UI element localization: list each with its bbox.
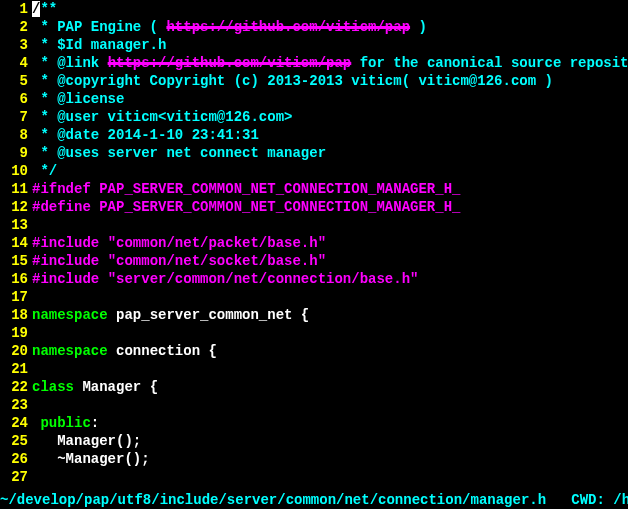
- code-line[interactable]: 27: [0, 468, 628, 486]
- code-line[interactable]: 1/**: [0, 0, 628, 18]
- code-line[interactable]: 26 ~Manager();: [0, 450, 628, 468]
- line-number: 27: [0, 468, 32, 486]
- line-number: 6: [0, 90, 32, 108]
- line-number: 10: [0, 162, 32, 180]
- line-number: 23: [0, 396, 32, 414]
- code-editor[interactable]: 1/**2 * PAP Engine ( https://github.com/…: [0, 0, 628, 486]
- line-content: * @user viticm<viticm@126.com>: [32, 108, 628, 126]
- code-token: * @copyright Copyright (c) 2013-2013 vit…: [32, 73, 553, 89]
- line-number: 13: [0, 216, 32, 234]
- code-token: namespace: [32, 343, 108, 359]
- code-line[interactable]: 9 * @uses server net connect manager: [0, 144, 628, 162]
- line-content: namespace connection {: [32, 342, 628, 360]
- line-number: 24: [0, 414, 32, 432]
- code-token: "common/net/socket/base.h": [108, 253, 326, 269]
- line-content: [32, 216, 628, 234]
- code-line[interactable]: 21: [0, 360, 628, 378]
- code-line[interactable]: 7 * @user viticm<viticm@126.com>: [0, 108, 628, 126]
- code-token: "server/common/net/connection/base.h": [108, 271, 419, 287]
- line-number: 19: [0, 324, 32, 342]
- line-number: 14: [0, 234, 32, 252]
- code-token: #define PAP_SERVER_COMMON_NET_CONNECTION…: [32, 199, 460, 215]
- line-content: [32, 468, 628, 486]
- code-token: connection {: [108, 343, 217, 359]
- line-content: #include "server/common/net/connection/b…: [32, 270, 628, 288]
- line-content: [32, 288, 628, 306]
- code-token: https://github.com/viticm/pap: [108, 55, 352, 71]
- line-content: #define PAP_SERVER_COMMON_NET_CONNECTION…: [32, 198, 628, 216]
- line-content: Manager();: [32, 432, 628, 450]
- code-line[interactable]: 25 Manager();: [0, 432, 628, 450]
- code-token: namespace: [32, 307, 108, 323]
- code-line[interactable]: 23: [0, 396, 628, 414]
- line-content: /**: [32, 0, 628, 18]
- code-token: * @license: [32, 91, 124, 107]
- code-line[interactable]: 18namespace pap_server_common_net {: [0, 306, 628, 324]
- line-content: #ifndef PAP_SERVER_COMMON_NET_CONNECTION…: [32, 180, 628, 198]
- line-number: 21: [0, 360, 32, 378]
- line-content: public:: [32, 414, 628, 432]
- code-line[interactable]: 24 public:: [0, 414, 628, 432]
- code-token: Manager {: [74, 379, 158, 395]
- code-token: #include: [32, 271, 108, 287]
- code-token: ~Manager();: [32, 451, 150, 467]
- code-line[interactable]: 19: [0, 324, 628, 342]
- code-token: * @user viticm<viticm@126.com>: [32, 109, 292, 125]
- line-content: [32, 396, 628, 414]
- line-content: * @date 2014-1-10 23:41:31: [32, 126, 628, 144]
- code-line[interactable]: 14#include "common/net/packet/base.h": [0, 234, 628, 252]
- code-line[interactable]: 8 * @date 2014-1-10 23:41:31: [0, 126, 628, 144]
- code-token: https://github.com/viticm/pap: [166, 19, 410, 35]
- line-content: #include "common/net/packet/base.h": [32, 234, 628, 252]
- code-line[interactable]: 6 * @license: [0, 90, 628, 108]
- code-line[interactable]: 15#include "common/net/socket/base.h": [0, 252, 628, 270]
- code-line[interactable]: 12#define PAP_SERVER_COMMON_NET_CONNECTI…: [0, 198, 628, 216]
- code-token: #include: [32, 253, 108, 269]
- line-content: [32, 324, 628, 342]
- code-line[interactable]: 16#include "server/common/net/connection…: [0, 270, 628, 288]
- line-content: [32, 360, 628, 378]
- code-token: * PAP Engine (: [32, 19, 166, 35]
- line-content: * @uses server net connect manager: [32, 144, 628, 162]
- line-number: 25: [0, 432, 32, 450]
- code-token: :: [91, 415, 99, 431]
- code-token: * @date 2014-1-10 23:41:31: [32, 127, 259, 143]
- code-token: #include: [32, 235, 108, 251]
- line-number: 8: [0, 126, 32, 144]
- line-number: 9: [0, 144, 32, 162]
- line-number: 7: [0, 108, 32, 126]
- line-content: * @license: [32, 90, 628, 108]
- code-token: */: [32, 163, 57, 179]
- code-token: class: [32, 379, 74, 395]
- line-number: 17: [0, 288, 32, 306]
- code-token: #ifndef PAP_SERVER_COMMON_NET_CONNECTION…: [32, 181, 460, 197]
- code-line[interactable]: 4 * @link https://github.com/viticm/pap …: [0, 54, 628, 72]
- line-number: 26: [0, 450, 32, 468]
- line-number: 20: [0, 342, 32, 360]
- code-line[interactable]: 17: [0, 288, 628, 306]
- line-number: 11: [0, 180, 32, 198]
- code-token: * $Id manager.h: [32, 37, 166, 53]
- line-number: 2: [0, 18, 32, 36]
- code-line[interactable]: 2 * PAP Engine ( https://github.com/viti…: [0, 18, 628, 36]
- code-token: * @uses server net connect manager: [32, 145, 326, 161]
- line-content: ~Manager();: [32, 450, 628, 468]
- code-token: ): [410, 19, 427, 35]
- code-token: public: [32, 415, 91, 431]
- line-content: * @copyright Copyright (c) 2013-2013 vit…: [32, 72, 628, 90]
- code-line[interactable]: 20namespace connection {: [0, 342, 628, 360]
- line-content: * $Id manager.h: [32, 36, 628, 54]
- code-line[interactable]: 5 * @copyright Copyright (c) 2013-2013 v…: [0, 72, 628, 90]
- code-token: Manager();: [32, 433, 141, 449]
- code-token: "common/net/packet/base.h": [108, 235, 326, 251]
- line-content: * PAP Engine ( https://github.com/viticm…: [32, 18, 628, 36]
- line-number: 3: [0, 36, 32, 54]
- code-line[interactable]: 11#ifndef PAP_SERVER_COMMON_NET_CONNECTI…: [0, 180, 628, 198]
- line-content: namespace pap_server_common_net {: [32, 306, 628, 324]
- code-line[interactable]: 3 * $Id manager.h: [0, 36, 628, 54]
- code-line[interactable]: 22class Manager {: [0, 378, 628, 396]
- code-line[interactable]: 10 */: [0, 162, 628, 180]
- code-line[interactable]: 13: [0, 216, 628, 234]
- line-number: 5: [0, 72, 32, 90]
- line-number: 15: [0, 252, 32, 270]
